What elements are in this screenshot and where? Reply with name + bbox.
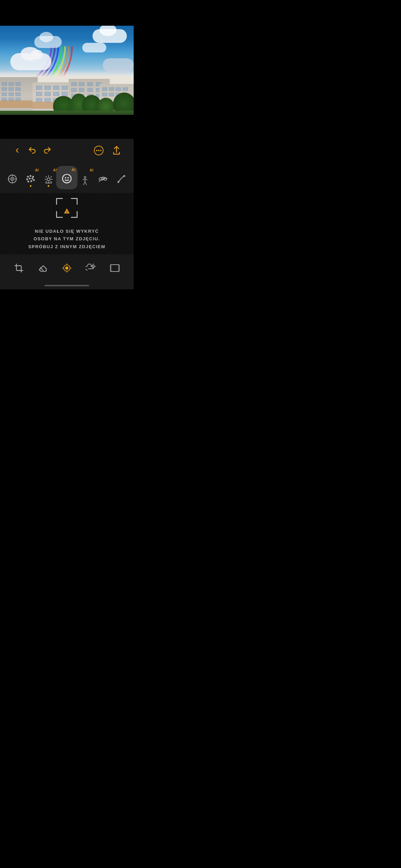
- cloud-1: [93, 29, 127, 43]
- svg-line-44: [84, 182, 85, 185]
- svg-point-49: [117, 181, 119, 183]
- svg-point-24: [32, 178, 33, 179]
- light-tool[interactable]: AI: [39, 166, 58, 190]
- undo-button[interactable]: [25, 143, 40, 158]
- skin-tool[interactable]: AI: [22, 166, 40, 190]
- more-button[interactable]: [91, 143, 106, 158]
- svg-point-14: [12, 178, 13, 180]
- sky-tool[interactable]: [94, 166, 112, 190]
- filter-button[interactable]: [82, 260, 99, 277]
- adjust-button[interactable]: [58, 260, 75, 277]
- home-bar: [45, 285, 89, 286]
- body-tool[interactable]: AI: [76, 166, 94, 190]
- erase-button[interactable]: [34, 260, 51, 277]
- svg-point-22: [26, 178, 28, 180]
- ai-tools-row: AI AI: [0, 162, 134, 193]
- svg-point-9: [96, 150, 97, 151]
- cloud-3: [34, 36, 62, 48]
- svg-point-38: [63, 174, 71, 183]
- photo-area: [0, 26, 134, 115]
- building-1: [0, 77, 38, 115]
- svg-point-20: [29, 175, 31, 177]
- svg-rect-74: [118, 265, 118, 266]
- face-tool[interactable]: AI: [58, 166, 76, 190]
- svg-point-55: [65, 266, 68, 269]
- svg-point-10: [98, 150, 99, 151]
- svg-point-26: [30, 180, 32, 182]
- effects-button[interactable]: [106, 260, 123, 277]
- cloud-4: [10, 53, 51, 70]
- cloud-2: [82, 43, 106, 52]
- svg-rect-71: [111, 265, 112, 266]
- svg-rect-73: [111, 269, 112, 270]
- svg-line-35: [46, 181, 46, 182]
- ground-strip: [0, 111, 134, 115]
- svg-point-11: [100, 150, 101, 151]
- crop-button[interactable]: [10, 260, 27, 277]
- svg-point-21: [32, 176, 34, 177]
- top-black-bar: [0, 0, 134, 26]
- toolbar-bottom: [0, 254, 134, 282]
- app-container: AI AI: [0, 0, 134, 289]
- buildings-area: [0, 70, 134, 115]
- face-scan-icon: !: [55, 197, 79, 221]
- svg-point-23: [29, 178, 31, 179]
- share-button[interactable]: [109, 143, 124, 158]
- svg-point-25: [27, 180, 29, 182]
- back-button[interactable]: [10, 143, 25, 158]
- svg-point-40: [68, 177, 69, 179]
- svg-point-28: [47, 178, 50, 181]
- svg-line-32: [51, 181, 51, 182]
- svg-point-46: [99, 178, 103, 180]
- svg-rect-72: [111, 267, 112, 268]
- svg-point-50: [123, 175, 125, 177]
- svg-line-45: [85, 182, 87, 185]
- middle-black-bar: [0, 115, 134, 139]
- face-detect-area: ! NIE UDAŁO SIĘ WYKRYĆ OSOBY NA TYM ZDJĘ…: [0, 193, 134, 254]
- svg-rect-75: [118, 267, 118, 268]
- svg-text:!: !: [66, 210, 68, 213]
- home-indicator: [0, 282, 134, 289]
- svg-point-27: [33, 179, 35, 181]
- svg-point-39: [65, 177, 66, 179]
- redo-button[interactable]: [40, 143, 55, 158]
- cloud-5: [103, 58, 134, 72]
- svg-line-36: [51, 176, 51, 177]
- svg-line-31: [46, 176, 46, 177]
- curve-tool[interactable]: [112, 166, 130, 190]
- retouch-tool[interactable]: [3, 166, 22, 190]
- svg-point-19: [27, 176, 29, 177]
- toolbar-top: [0, 139, 134, 162]
- svg-rect-76: [118, 269, 118, 270]
